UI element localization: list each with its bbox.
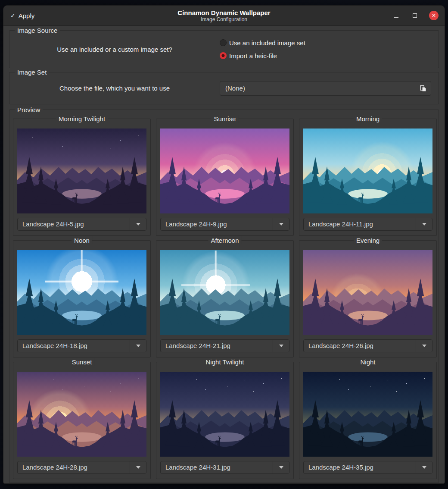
cell-title: Evening — [354, 236, 382, 244]
cell-title: Afternoon — [208, 236, 241, 244]
image-source-options: Use an included image set Import a heic-… — [220, 39, 305, 60]
chevron-down-icon[interactable] — [416, 340, 432, 352]
image-select-value[interactable]: Landscape 24H-26.jpg — [304, 340, 416, 352]
image-select-value[interactable]: Landscape 24H-28.jpg — [18, 461, 130, 473]
wallpaper-preview — [160, 372, 289, 457]
image-select[interactable]: Landscape 24H-11.jpg — [303, 218, 432, 231]
maximize-button[interactable] — [410, 11, 420, 20]
wallpaper-preview — [160, 129, 289, 213]
image-select[interactable]: Landscape 24H-26.jpg — [303, 339, 432, 352]
apply-button[interactable]: ✓ Apply — [3, 6, 41, 25]
image-select-value[interactable]: Landscape 24H-11.jpg — [304, 218, 416, 230]
image-select[interactable]: Landscape 24H-28.jpg — [17, 461, 146, 474]
landscape-scene — [303, 250, 432, 335]
close-button[interactable]: ✕ — [429, 11, 439, 20]
wallpaper-preview — [17, 372, 146, 457]
chevron-down-icon[interactable] — [273, 340, 289, 352]
wallpaper-preview — [160, 250, 289, 335]
minimize-button[interactable] — [391, 11, 401, 20]
apply-label: Apply — [19, 12, 35, 19]
image-source-question: Use an included or a custom image set? — [9, 46, 220, 53]
landscape-scene — [17, 129, 146, 213]
preview-cell-night: Night — [299, 362, 437, 479]
image-select[interactable]: Landscape 24H-35.jpg — [303, 461, 432, 474]
image-set-legend: Image Set — [15, 68, 49, 76]
chevron-down-icon[interactable] — [273, 218, 289, 230]
file-chooser-button[interactable]: (None) — [220, 81, 431, 96]
chevron-down-icon[interactable] — [130, 218, 146, 230]
cell-title: Sunset — [69, 358, 95, 366]
chevron-down-icon[interactable] — [130, 340, 146, 352]
image-select[interactable]: Landscape 24H-21.jpg — [160, 339, 289, 352]
preview-cell-evening: Evening — [299, 240, 437, 357]
wallpaper-preview — [303, 129, 432, 213]
landscape-scene — [17, 250, 146, 335]
preview-cell-afternoon: Afternoon — [156, 240, 294, 357]
image-source-section: Image Source Use an included or a custom… — [9, 30, 439, 68]
check-icon: ✓ — [10, 12, 16, 19]
chevron-down-icon[interactable] — [416, 218, 432, 230]
image-select[interactable]: Landscape 24H-5.jpg — [17, 218, 146, 231]
cell-title: Sunrise — [212, 115, 239, 123]
cell-title: Morning — [354, 115, 382, 123]
titlebar-titles: Cinnamon Dynamic Wallpaper Image Configu… — [3, 6, 445, 25]
file-chooser-value: (None) — [220, 85, 420, 92]
wallpaper-preview — [17, 129, 146, 213]
image-select-value[interactable]: Landscape 24H-35.jpg — [304, 461, 416, 473]
preview-cell-sunset: Sunset — [13, 362, 151, 479]
wallpaper-preview — [17, 250, 146, 335]
image-select-value[interactable]: Landscape 24H-21.jpg — [161, 340, 273, 352]
chevron-down-icon[interactable] — [273, 461, 289, 473]
window-subtitle: Image Configuration — [201, 16, 247, 22]
landscape-scene — [160, 129, 289, 213]
window-title: Cinnamon Dynamic Wallpaper — [177, 9, 270, 16]
preview-cell-morning: Morning — [299, 119, 437, 236]
image-select[interactable]: Landscape 24H-9.jpg — [160, 218, 289, 231]
landscape-scene — [160, 250, 289, 335]
radio-import-heic[interactable]: Import a heic-file — [220, 52, 305, 60]
preview-cell-noon: Noon — [13, 240, 151, 357]
preview-section: Preview Morning Twilight — [9, 110, 439, 483]
image-select-value[interactable]: Landscape 24H-5.jpg — [18, 218, 130, 230]
cell-title: Night Twilight — [203, 358, 247, 366]
minimize-icon — [394, 17, 398, 18]
radio-icon — [220, 52, 227, 59]
maximize-icon — [413, 13, 417, 18]
cell-title: Morning Twilight — [56, 115, 108, 123]
wallpaper-preview — [303, 372, 432, 457]
close-icon: ✕ — [432, 13, 436, 18]
wallpaper-preview — [303, 250, 432, 335]
cell-title: Night — [358, 358, 378, 366]
titlebar: ✓ Apply Cinnamon Dynamic Wallpaper Image… — [3, 6, 445, 26]
image-select[interactable]: Landscape 24H-31.jpg — [160, 461, 289, 474]
radio-icon — [220, 39, 227, 46]
landscape-scene — [303, 129, 432, 213]
image-select-value[interactable]: Landscape 24H-18.jpg — [18, 340, 130, 352]
chevron-down-icon[interactable] — [416, 461, 432, 473]
radio-included-image-set[interactable]: Use an included image set — [220, 39, 305, 47]
cell-title: Noon — [72, 236, 92, 244]
image-source-legend: Image Source — [15, 26, 60, 34]
image-set-section: Image Set Choose the file, which you wan… — [9, 72, 439, 104]
preview-legend: Preview — [15, 106, 43, 114]
file-chooser-label: Choose the file, which you want to use — [9, 85, 220, 92]
app-window: ✓ Apply Cinnamon Dynamic Wallpaper Image… — [3, 5, 445, 484]
preview-grid: Morning Twilight — [13, 119, 435, 479]
file-copy-icon — [420, 85, 426, 92]
chevron-down-icon[interactable] — [130, 461, 146, 473]
landscape-scene — [303, 372, 432, 457]
landscape-scene — [160, 372, 289, 457]
preview-cell-sunrise: Sunrise — [156, 119, 294, 236]
preview-cell-morning-twilight: Morning Twilight — [13, 119, 151, 236]
image-select-value[interactable]: Landscape 24H-9.jpg — [161, 218, 273, 230]
image-select[interactable]: Landscape 24H-18.jpg — [17, 339, 146, 352]
landscape-scene — [17, 372, 146, 457]
preview-cell-night-twilight: Night Twilight — [156, 362, 294, 479]
image-select-value[interactable]: Landscape 24H-31.jpg — [161, 461, 273, 473]
